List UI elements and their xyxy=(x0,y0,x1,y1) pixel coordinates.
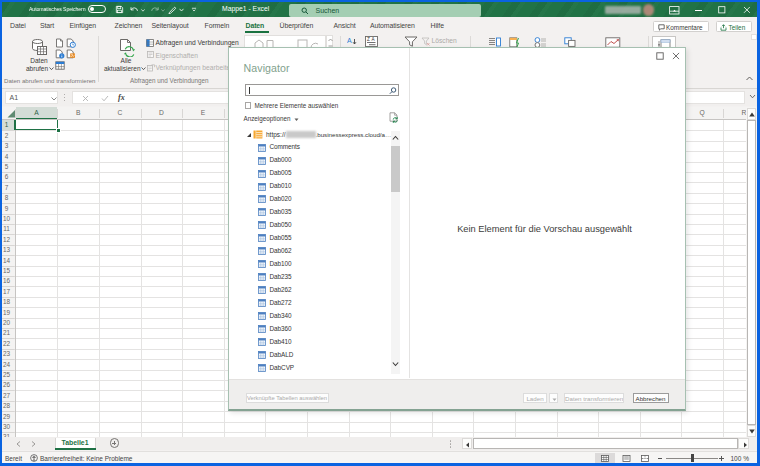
svg-text:Z: Z xyxy=(367,37,370,42)
svg-text:A: A xyxy=(347,37,352,44)
